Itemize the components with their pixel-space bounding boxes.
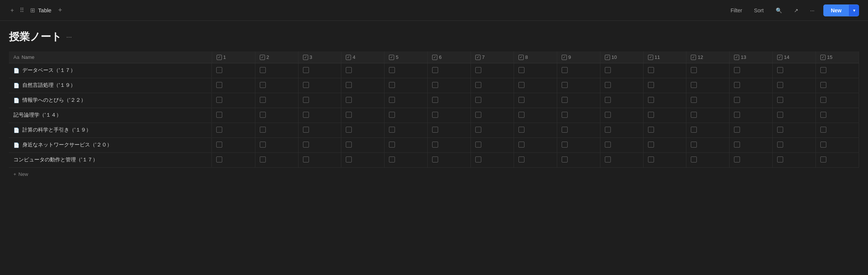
checkbox-cell[interactable] [816, 138, 859, 153]
checkbox-cell[interactable] [730, 123, 773, 138]
cell-checkbox[interactable] [691, 127, 697, 133]
cell-checkbox[interactable] [260, 142, 266, 148]
checkbox-cell[interactable] [514, 78, 557, 93]
cell-checkbox[interactable] [303, 67, 309, 73]
checkbox-cell[interactable] [730, 153, 773, 168]
checkbox-cell[interactable] [686, 93, 730, 108]
cell-checkbox[interactable] [734, 127, 740, 133]
checkbox-cell[interactable] [557, 108, 600, 123]
checkbox-cell[interactable] [557, 123, 600, 138]
checkbox-cell[interactable] [643, 138, 686, 153]
checkbox-cell[interactable] [816, 78, 859, 93]
cell-checkbox[interactable] [346, 67, 352, 73]
sort-button[interactable]: Sort [751, 6, 767, 15]
cell-checkbox[interactable] [691, 82, 697, 88]
checkbox-cell[interactable] [816, 63, 859, 78]
checkbox-cell[interactable] [514, 138, 557, 153]
checkbox-cell[interactable] [730, 138, 773, 153]
checkbox-cell[interactable] [643, 93, 686, 108]
cell-checkbox[interactable] [605, 82, 611, 88]
cell-checkbox[interactable] [432, 97, 438, 103]
checkbox-cell[interactable] [255, 78, 298, 93]
checkbox-cell[interactable] [298, 123, 341, 138]
cell-checkbox[interactable] [820, 97, 826, 103]
checkbox-cell[interactable] [686, 123, 730, 138]
checkbox-cell[interactable] [384, 153, 428, 168]
cell-checkbox[interactable] [648, 97, 654, 103]
checkbox-cell[interactable] [773, 93, 816, 108]
checkbox-cell[interactable] [212, 63, 255, 78]
cell-checkbox[interactable] [303, 97, 309, 103]
cell-checkbox[interactable] [260, 67, 266, 73]
cell-checkbox[interactable] [734, 157, 740, 162]
cell-checkbox[interactable] [820, 142, 826, 148]
checkbox-cell[interactable] [643, 153, 686, 168]
cell-checkbox[interactable] [475, 82, 481, 88]
checkbox-cell[interactable] [514, 153, 557, 168]
checkbox-cell[interactable] [643, 63, 686, 78]
checkbox-cell[interactable] [643, 123, 686, 138]
cell-checkbox[interactable] [605, 157, 611, 162]
cell-checkbox[interactable] [216, 127, 222, 133]
cell-checkbox[interactable] [648, 67, 654, 73]
checkbox-cell[interactable] [255, 153, 298, 168]
checkbox-cell[interactable] [773, 123, 816, 138]
cell-checkbox[interactable] [518, 82, 524, 88]
cell-checkbox[interactable] [648, 157, 654, 162]
cell-checkbox[interactable] [518, 157, 524, 162]
cell-checkbox[interactable] [562, 142, 568, 148]
cell-checkbox[interactable] [303, 127, 309, 133]
add-icon[interactable]: + [9, 6, 15, 15]
checkbox-cell[interactable] [816, 108, 859, 123]
cell-checkbox[interactable] [605, 97, 611, 103]
cell-checkbox[interactable] [432, 127, 438, 133]
add-view-button[interactable]: + [56, 6, 64, 15]
cell-checkbox[interactable] [432, 157, 438, 162]
cell-checkbox[interactable] [777, 82, 783, 88]
checkbox-cell[interactable] [471, 123, 514, 138]
checkbox-cell[interactable] [773, 108, 816, 123]
cell-checkbox[interactable] [432, 142, 438, 148]
cell-checkbox[interactable] [303, 112, 309, 118]
checkbox-cell[interactable] [212, 138, 255, 153]
cell-checkbox[interactable] [475, 97, 481, 103]
checkbox-cell[interactable] [600, 93, 643, 108]
cell-checkbox[interactable] [389, 142, 395, 148]
checkbox-cell[interactable] [298, 108, 341, 123]
name-cell[interactable]: 記号論理学（'１４） [9, 108, 212, 122]
cell-checkbox[interactable] [260, 82, 266, 88]
cell-checkbox[interactable] [820, 82, 826, 88]
cell-checkbox[interactable] [475, 157, 481, 162]
cell-checkbox[interactable] [562, 82, 568, 88]
checkbox-cell[interactable] [384, 123, 428, 138]
checkbox-cell[interactable] [384, 138, 428, 153]
checkbox-cell[interactable] [255, 108, 298, 123]
checkbox-cell[interactable] [212, 153, 255, 168]
checkbox-cell[interactable] [816, 93, 859, 108]
checkbox-cell[interactable] [471, 153, 514, 168]
cell-checkbox[interactable] [734, 67, 740, 73]
new-button[interactable]: New [823, 4, 849, 16]
checkbox-cell[interactable] [212, 78, 255, 93]
cell-checkbox[interactable] [691, 112, 697, 118]
checkbox-cell[interactable] [686, 63, 730, 78]
checkbox-cell[interactable] [686, 108, 730, 123]
checkbox-cell[interactable] [514, 108, 557, 123]
checkbox-cell[interactable] [730, 93, 773, 108]
cell-checkbox[interactable] [518, 127, 524, 133]
cell-checkbox[interactable] [562, 112, 568, 118]
cell-checkbox[interactable] [216, 142, 222, 148]
checkbox-cell[interactable] [773, 63, 816, 78]
checkbox-cell[interactable] [341, 78, 384, 93]
checkbox-cell[interactable] [341, 108, 384, 123]
cell-checkbox[interactable] [432, 67, 438, 73]
cell-checkbox[interactable] [691, 67, 697, 73]
checkbox-cell[interactable] [557, 153, 600, 168]
checkbox-cell[interactable] [471, 138, 514, 153]
checkbox-cell[interactable] [514, 63, 557, 78]
cell-checkbox[interactable] [518, 97, 524, 103]
cell-checkbox[interactable] [777, 112, 783, 118]
checkbox-cell[interactable] [212, 93, 255, 108]
cell-checkbox[interactable] [820, 67, 826, 73]
checkbox-cell[interactable] [341, 93, 384, 108]
